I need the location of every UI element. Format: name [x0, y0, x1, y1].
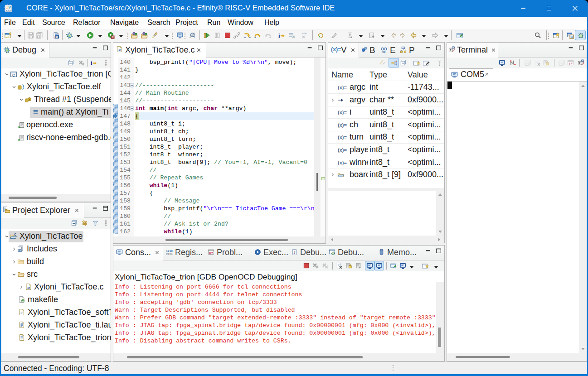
svg-text:</>: </>	[6, 9, 11, 12]
svg-text:C: C	[14, 233, 16, 236]
svg-text:x=: x=	[382, 50, 386, 53]
svg-text:.c: .c	[118, 48, 121, 52]
svg-text:0101: 0101	[166, 252, 173, 255]
svg-text:.c: .c	[27, 286, 30, 290]
svg-text:C: C	[12, 73, 15, 77]
svg-text:i: i	[278, 32, 280, 39]
svg-text:C: C	[570, 35, 573, 39]
svg-text:i: i	[91, 60, 92, 66]
svg-text:010: 010	[54, 36, 59, 39]
svg-text:J: J	[293, 250, 295, 255]
